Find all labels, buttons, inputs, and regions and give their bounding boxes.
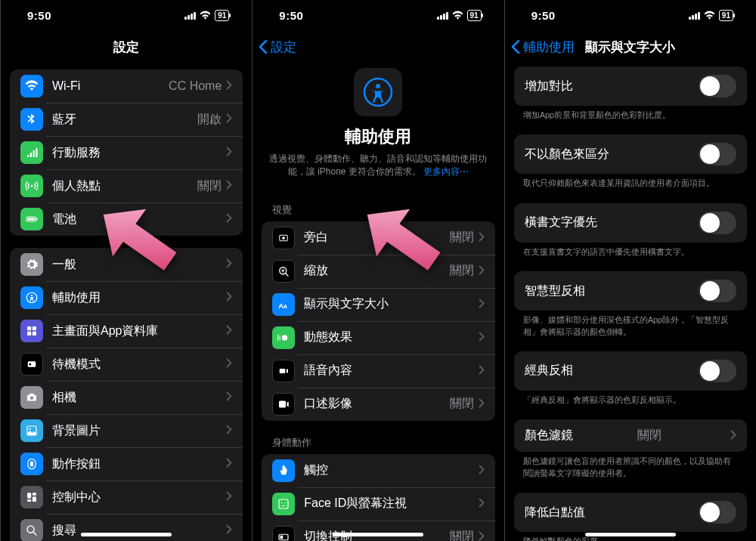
learn-more-link[interactable]: 更多內容⋯ — [423, 166, 469, 177]
chevron-right-icon — [226, 212, 232, 226]
settings-row[interactable]: 旁白關閉 — [262, 221, 494, 255]
chevron-right-icon — [226, 79, 232, 93]
back-button[interactable]: 設定 — [259, 30, 296, 63]
row-label: 相機 — [52, 390, 226, 406]
settings-row[interactable]: 主畫面與App資料庫 — [10, 314, 243, 348]
faceid-icon — [272, 493, 295, 515]
row-label: 口述影像 — [304, 396, 449, 412]
row-label: 一般 — [52, 257, 226, 273]
chevron-right-icon — [479, 530, 485, 541]
svg-point-16 — [30, 461, 34, 467]
row-label: Face ID與螢幕注視 — [304, 496, 478, 512]
display-option-row[interactable]: 增加對比 — [514, 66, 747, 106]
settings-row[interactable]: 動態效果 — [262, 321, 494, 354]
settings-row[interactable]: 口述影像關閉 — [262, 388, 494, 421]
settings-row[interactable]: 觸控 — [262, 454, 494, 487]
display-option-row[interactable]: 降低白點值 — [514, 493, 747, 532]
section-header-vision: 視覺 — [272, 203, 484, 217]
zoom-icon — [272, 260, 295, 283]
voiceover-icon — [272, 227, 295, 249]
settings-row[interactable]: 待機模式 — [10, 348, 243, 381]
toggle-switch[interactable] — [699, 280, 736, 302]
nav-bar: 設定 — [253, 30, 503, 63]
display-option-row[interactable]: 顏色濾鏡關閉 — [514, 419, 747, 452]
option-label: 橫書文字優先 — [525, 215, 597, 230]
signal-icon — [437, 11, 448, 20]
toggle-switch[interactable] — [699, 360, 736, 382]
svg-rect-44 — [280, 369, 286, 373]
wifi-icon — [452, 9, 463, 22]
settings-row[interactable]: Face ID與螢幕注視 — [262, 487, 494, 521]
settings-row[interactable]: 個人熱點關閉 — [10, 169, 243, 202]
back-label: 設定 — [271, 39, 296, 56]
settings-row[interactable]: 電池 — [10, 202, 243, 236]
settings-row[interactable]: 切換控制關閉 — [262, 521, 494, 541]
row-value: 開啟 — [197, 112, 222, 128]
toggle-switch[interactable] — [699, 75, 736, 97]
row-label: 縮放 — [304, 263, 449, 279]
chevron-right-icon — [479, 231, 485, 245]
settings-row[interactable]: 語音內容 — [262, 354, 494, 388]
row-value: 關閉 — [450, 263, 474, 279]
nav-title: 顯示與文字大小 — [585, 39, 675, 56]
chevron-right-icon — [479, 264, 485, 278]
section-header-motor: 身體動作 — [272, 436, 484, 450]
settings-row[interactable]: 一般 — [10, 248, 243, 281]
hotspot-icon — [20, 175, 43, 197]
settings-row[interactable]: 動作按鈕 — [10, 447, 243, 481]
settings-row[interactable]: 控制中心 — [10, 481, 243, 514]
svg-point-14 — [29, 428, 31, 430]
svg-rect-46 — [279, 499, 288, 509]
camera-icon — [20, 386, 43, 409]
settings-row[interactable]: 縮放關閉 — [262, 255, 494, 288]
chevron-right-icon — [226, 291, 232, 305]
option-label: 智慧型反相 — [525, 283, 585, 299]
option-footer: 在支援直書文字的語言中優先使用橫書文字。 — [523, 246, 738, 258]
svg-point-21 — [27, 526, 34, 533]
row-value: CC Home — [169, 79, 222, 93]
settings-row[interactable]: 背景圖片 — [10, 414, 243, 447]
settings-row[interactable]: 藍牙開啟 — [10, 103, 243, 136]
back-button[interactable]: 輔助使用 — [511, 30, 575, 63]
accessibility-header: 輔助使用 透過視覺、身體動作、聽力、語音和認知等輔助使用功能，讓 iPhone … — [253, 63, 503, 188]
chevron-right-icon — [226, 457, 232, 471]
svg-rect-19 — [33, 496, 36, 502]
svg-rect-3 — [28, 218, 35, 221]
svg-text:A: A — [279, 301, 284, 309]
svg-rect-7 — [33, 326, 36, 330]
settings-row[interactable]: 相機 — [10, 381, 243, 414]
row-value: 關閉 — [450, 396, 474, 412]
bluetooth-icon — [20, 108, 43, 131]
display-option-row[interactable]: 經典反相 — [514, 351, 747, 391]
chevron-right-icon — [479, 331, 485, 345]
accessibility-group-vision: 旁白關閉縮放關閉AA顯示與文字大小動態效果語音內容口述影像關閉 — [262, 221, 494, 421]
display-option-row[interactable]: 不以顏色來區分 — [514, 134, 747, 174]
settings-group-general: 一般輔助使用主畫面與App資料庫待機模式相機背景圖片動作按鈕控制中心搜尋螢幕顯示… — [10, 248, 243, 541]
accessibility-icon — [354, 68, 402, 116]
settings-row[interactable]: 行動服務 — [10, 136, 243, 169]
display-option-row[interactable]: 智慧型反相 — [514, 271, 747, 311]
settings-row[interactable]: AA顯示與文字大小 — [262, 288, 494, 321]
row-label: 輔助使用 — [52, 290, 226, 306]
toggle-switch[interactable] — [699, 501, 736, 524]
phone-accessibility: 9:50 91 設定 輔助使用 透過視覺、身體動作、聽力、語音和認知等輔助使用功… — [252, 0, 503, 541]
search-icon — [20, 519, 43, 541]
row-label: 行動服務 — [52, 145, 226, 161]
toggle-switch[interactable] — [699, 212, 736, 234]
display-option-row[interactable]: 橫書文字優先 — [514, 203, 747, 243]
option-footer: 降低鮮豔顏色的彩度。 — [523, 536, 738, 541]
settings-row[interactable]: 搜尋 — [10, 514, 243, 541]
chevron-right-icon — [479, 364, 485, 378]
option-label: 經典反相 — [525, 363, 573, 379]
svg-point-36 — [282, 236, 285, 240]
row-label: 動作按鈕 — [52, 456, 226, 472]
settings-row[interactable]: 輔助使用 — [10, 281, 243, 314]
svg-rect-8 — [27, 332, 31, 335]
row-label: 觸控 — [304, 462, 478, 478]
option-label: 不以顏色來區分 — [525, 147, 609, 162]
option-footer: 「經典反相」會將顯示器的色彩反相顯示。 — [523, 394, 738, 406]
svg-rect-17 — [27, 493, 31, 499]
settings-row[interactable]: Wi-FiCC Home — [10, 70, 243, 103]
toggle-switch[interactable] — [699, 143, 736, 165]
svg-line-38 — [286, 274, 288, 276]
